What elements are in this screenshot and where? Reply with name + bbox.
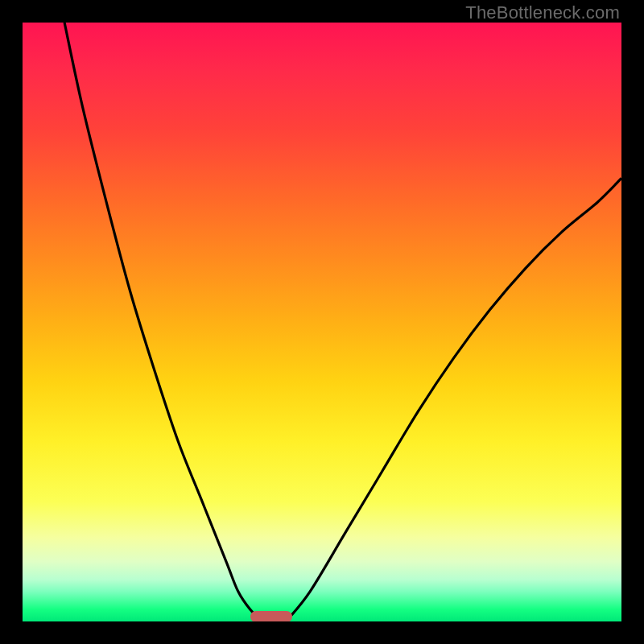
curves-svg — [23, 23, 621, 621]
bottleneck-marker — [250, 611, 292, 621]
chart-container: TheBottleneck.com — [0, 0, 644, 644]
right-curve — [286, 178, 621, 621]
plot-area — [23, 23, 621, 621]
watermark-text: TheBottleneck.com — [465, 2, 620, 23]
left-curve — [64, 23, 262, 621]
